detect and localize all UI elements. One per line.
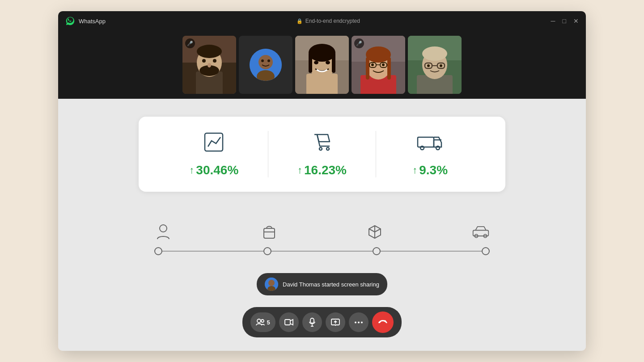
svg-rect-63 — [310, 318, 314, 323]
toast-avatar — [265, 278, 278, 291]
encryption-label: End-to-end endcrypted — [305, 18, 360, 24]
mute-badge-4: 🎤 — [354, 38, 364, 48]
svg-point-22 — [314, 61, 318, 64]
encryption-badge: 🔒 End-to-end endcrypted — [106, 18, 551, 24]
timeline-icon-box — [366, 223, 384, 240]
svg-point-51 — [436, 146, 440, 150]
timeline-line — [161, 251, 483, 252]
svg-point-72 — [361, 321, 363, 323]
screen-share-area: ↑ 30.46% ↑ 16.23% — [58, 99, 586, 351]
participant-video-5[interactable] — [408, 36, 462, 94]
video-strip: 🎤 — [58, 31, 586, 99]
svg-rect-49 — [418, 137, 434, 147]
lock-icon: 🔒 — [297, 18, 303, 24]
svg-point-50 — [420, 146, 424, 150]
svg-point-34 — [371, 63, 374, 66]
stat-value-chart: ↑ 30.46% — [189, 163, 238, 177]
maximize-button[interactable]: □ — [563, 18, 566, 24]
svg-point-44 — [427, 64, 430, 67]
svg-point-35 — [382, 63, 385, 66]
svg-point-60 — [257, 319, 261, 323]
screen-share-button[interactable] — [326, 312, 345, 332]
app-title: WhatsApp — [79, 18, 106, 25]
svg-rect-29 — [366, 57, 369, 80]
svg-point-45 — [440, 64, 442, 67]
svg-rect-20 — [309, 53, 312, 73]
svg-rect-30 — [387, 57, 391, 80]
more-options-button[interactable] — [349, 312, 369, 332]
close-button[interactable]: ✕ — [573, 18, 579, 24]
mic-button[interactable] — [302, 312, 322, 332]
call-toolbar: 5 — [242, 307, 401, 337]
participants-count: 5 — [267, 319, 270, 326]
timeline-dot-2[interactable] — [263, 247, 271, 255]
participant-video-4[interactable]: 🎤 — [352, 36, 405, 94]
minimize-button[interactable]: ─ — [551, 18, 555, 24]
svg-point-48 — [326, 147, 329, 150]
svg-point-58 — [268, 280, 275, 286]
svg-point-12 — [261, 59, 264, 62]
arrow-icon-1: ↑ — [189, 164, 194, 176]
participant-video-2[interactable] — [239, 36, 292, 94]
svg-point-61 — [261, 320, 264, 322]
svg-point-8 — [208, 63, 211, 67]
mute-badge-1: 🎤 — [185, 38, 195, 48]
svg-rect-21 — [332, 53, 335, 73]
stat-value-cart: ↑ 16.23% — [297, 163, 347, 177]
timeline-section — [139, 223, 505, 255]
chart-icon — [203, 131, 225, 156]
svg-point-6 — [202, 59, 206, 63]
cart-icon — [311, 131, 333, 156]
svg-point-19 — [309, 44, 335, 62]
svg-point-7 — [213, 59, 216, 63]
screen-share-notification: David Thomas started screen sharing — [257, 273, 387, 295]
truck-icon — [415, 131, 445, 156]
svg-point-28 — [366, 46, 391, 63]
window-controls: ─ □ ✕ — [551, 18, 579, 24]
svg-point-47 — [319, 147, 322, 150]
svg-point-10 — [258, 55, 273, 69]
notification-text: David Thomas started screen sharing — [283, 281, 379, 288]
titlebar: WhatsApp 🔒 End-to-end endcrypted ─ □ ✕ — [58, 11, 586, 31]
svg-point-40 — [422, 46, 447, 61]
arrow-icon-2: ↑ — [297, 164, 302, 176]
participants-button[interactable]: 5 — [250, 312, 275, 332]
timeline-dot-4[interactable] — [482, 247, 490, 255]
svg-rect-62 — [285, 320, 290, 325]
stats-card: ↑ 30.46% ↑ 16.23% — [139, 117, 505, 192]
svg-rect-53 — [264, 228, 275, 238]
timeline-dot-3[interactable] — [373, 247, 381, 255]
participant-video-1[interactable]: 🎤 — [182, 36, 236, 94]
titlebar-left: WhatsApp — [65, 16, 106, 26]
bottom-area: David Thomas started screen sharing 5 — [58, 273, 586, 337]
stat-item-chart: ↑ 30.46% — [160, 131, 268, 177]
svg-point-52 — [160, 225, 167, 232]
arrow-icon-3: ↑ — [412, 164, 417, 176]
app-window: WhatsApp 🔒 End-to-end endcrypted ─ □ ✕ — [58, 11, 586, 351]
timeline-icon-bag — [260, 223, 278, 240]
timeline-icon-person — [154, 223, 172, 240]
timeline-track — [154, 247, 490, 255]
svg-point-71 — [358, 321, 360, 323]
stat-item-truck: ↑ 9.3% — [376, 131, 484, 177]
participant-video-3[interactable] — [295, 36, 349, 94]
svg-point-13 — [267, 59, 270, 62]
timeline-icon-car — [472, 223, 490, 240]
timeline-icons — [154, 223, 490, 240]
stat-value-truck: ↑ 9.3% — [412, 163, 448, 177]
stat-item-cart: ↑ 16.23% — [268, 131, 376, 177]
camera-button[interactable] — [279, 312, 299, 332]
svg-point-23 — [326, 61, 330, 64]
end-call-button[interactable] — [372, 311, 394, 333]
svg-point-4 — [197, 45, 222, 58]
timeline-dot-1[interactable] — [154, 247, 162, 255]
svg-point-70 — [355, 321, 356, 323]
whatsapp-logo-icon — [65, 16, 75, 26]
